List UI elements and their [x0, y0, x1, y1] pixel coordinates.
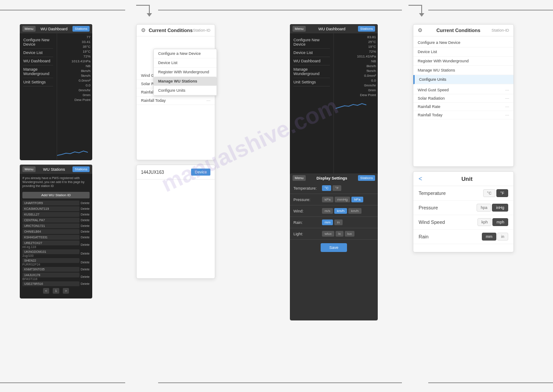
- pagination-page[interactable]: 1: [53, 288, 59, 294]
- unit-temp-c[interactable]: °C: [483, 189, 495, 197]
- station-panel-bottom-left: 144JUX163 Device: [136, 165, 215, 279]
- unit-pressure-hpa[interactable]: hpa: [477, 204, 491, 212]
- delete-button-5[interactable]: Delete: [81, 230, 90, 233]
- sidebar-item-unit-settings[interactable]: Unit Settings: [23, 78, 53, 86]
- ds-wind-kmh[interactable]: km/h: [334, 208, 347, 214]
- ds-rain-mm[interactable]: mm: [322, 219, 333, 225]
- sidebar-right-item-3[interactable]: Manage Wunderground: [293, 65, 330, 78]
- sidebar-item-device-list[interactable]: Device List: [23, 49, 53, 57]
- sidebar-right-item-1[interactable]: Device List: [293, 49, 330, 57]
- station-id-8: UKINGDOM101: [22, 249, 80, 254]
- mini-chart-right: [336, 100, 371, 111]
- decorative-line-right: [428, 10, 553, 11]
- station-id-10: KNMT3INT035: [22, 267, 80, 272]
- menu-button-left[interactable]: Menu: [22, 26, 36, 32]
- station-item-main: 144JUX163 Device: [137, 165, 215, 180]
- cc-menu-list-right: Configure a New Device Device List Regis…: [413, 36, 513, 86]
- cc-solar-right: Solar Radiation —: [413, 94, 513, 103]
- data-value-7: 8km/h: [59, 69, 90, 73]
- ds-wind-ms[interactable]: m/s: [322, 208, 333, 214]
- sidebar-right-item-2[interactable]: WU Dashboard: [293, 57, 330, 65]
- pagination-next[interactable]: >: [63, 288, 69, 294]
- unit-rain-mm[interactable]: mm: [482, 233, 496, 241]
- device-button[interactable]: Device: [191, 169, 210, 176]
- ds-wind-label: Wind:: [293, 209, 322, 213]
- ds-save-button[interactable]: Save: [321, 243, 347, 252]
- ds-title: Display Settings: [317, 176, 347, 180]
- delete-button-12[interactable]: Delete: [81, 282, 90, 285]
- unit-windspeed-row: Wind Speed kph mph: [413, 215, 513, 230]
- delete-button-11[interactable]: Delete: [81, 275, 90, 278]
- unit-wind-mph[interactable]: mph: [492, 218, 508, 226]
- cc-menu-device-list[interactable]: Device List: [413, 47, 513, 57]
- ds-wind-kmh2[interactable]: km/h: [348, 208, 361, 214]
- dropdown-item-4[interactable]: Configure Units: [154, 86, 217, 95]
- delete-button-0[interactable]: Delete: [81, 201, 90, 205]
- delete-button-4[interactable]: Delete: [81, 224, 90, 227]
- unit-pressure-inhg[interactable]: inHg: [492, 204, 508, 212]
- delete-button-1[interactable]: Delete: [81, 207, 90, 210]
- cc-menu-register-wu[interactable]: Register With Wunderground: [413, 57, 513, 66]
- menu-button-stations[interactable]: Menu: [22, 166, 36, 172]
- dropdown-item-2[interactable]: Register With Wunderground: [154, 68, 217, 77]
- ds-temperature-row: Temperature: °C °F: [290, 183, 378, 194]
- sidebar-item-manage-wunderground[interactable]: Manage Wunderground: [23, 65, 53, 78]
- data-value-11: 0mm/hr: [59, 88, 90, 92]
- ds-light-lux[interactable]: lux: [345, 231, 354, 237]
- cc-menu-manage-stations[interactable]: Manage WU Stations: [413, 66, 513, 75]
- add-station-button[interactable]: Add WU Station ID: [22, 192, 90, 198]
- ds-temp-f-button[interactable]: °F: [333, 185, 341, 191]
- station-row-1: KCASMOUNT119 Delete: [22, 206, 90, 211]
- cc-menu-configure-device[interactable]: Configure a New Device: [413, 38, 513, 47]
- stations-header-button[interactable]: Stations: [72, 166, 90, 172]
- sidebar-item-wu-dashboard[interactable]: WU Dashboard: [23, 57, 53, 65]
- pagination-prev[interactable]: <: [43, 288, 50, 294]
- sidebar-item-configure-device[interactable]: Configure New Device: [23, 36, 53, 49]
- station-sub-9: FURRS2P24: [22, 263, 80, 266]
- ds-pressure-kpa[interactable]: kPa: [322, 197, 333, 202]
- ds-light-wlux[interactable]: wlux: [322, 231, 334, 237]
- delete-button-8[interactable]: Delete: [81, 252, 90, 255]
- station-id-6: KSHHGATT0331: [22, 235, 80, 240]
- ds-pressure-mmhg[interactable]: mmHg: [335, 197, 351, 202]
- ds-pressure-hpa[interactable]: hPa: [351, 197, 363, 202]
- delete-button-7[interactable]: Delete: [81, 243, 90, 246]
- data-right-10: 0mm/hr: [336, 83, 376, 87]
- decorative-line-left: [0, 10, 125, 11]
- cc-station-id-left: Station-ID: [193, 28, 210, 32]
- cc-menu-configure-units[interactable]: Configure Units: [413, 75, 513, 84]
- station-item-id: 144JUX163: [141, 170, 164, 175]
- data-value-5: 1013.41hPa: [59, 59, 90, 63]
- station-row-2: KUSELL27 Delete: [22, 212, 90, 217]
- data-value-dewpoint: Dew Point: [59, 98, 90, 102]
- cc-data-rain-today-left: Rainfall Today —: [137, 97, 215, 105]
- delete-button-2[interactable]: Delete: [81, 213, 90, 216]
- unit-wind-kph[interactable]: kph: [477, 218, 492, 226]
- stations-button-right[interactable]: Stations: [358, 26, 375, 32]
- ds-temp-c-button[interactable]: °C: [322, 185, 331, 191]
- delete-button-10[interactable]: Delete: [81, 268, 90, 271]
- station-row-10: KNMT3INT035 Delete: [22, 267, 90, 272]
- dropdown-item-1[interactable]: Device List: [154, 58, 217, 68]
- svg-marker-0: [147, 13, 152, 17]
- ds-stations-button[interactable]: Stations: [358, 175, 375, 181]
- dropdown-item-0[interactable]: Configure a New Device: [154, 49, 217, 58]
- delete-button-3[interactable]: Delete: [81, 219, 90, 222]
- unit-back-button[interactable]: <: [419, 175, 422, 182]
- sidebar-right-item-4[interactable]: Unit Settings: [293, 78, 330, 86]
- stations-button-left[interactable]: Stations: [72, 26, 90, 32]
- ds-temperature-label: Temperature:: [293, 186, 322, 191]
- station-row-9: SHEN22 FURRS2P24 Delete: [22, 258, 90, 266]
- dropdown-item-3-selected[interactable]: Manage WU Stations: [154, 77, 217, 86]
- delete-button-6[interactable]: Delete: [81, 236, 90, 239]
- station-row-0: UHARTFOR9 Delete: [22, 201, 90, 205]
- sidebar-right-item-0[interactable]: Configure New Device: [293, 36, 330, 49]
- ds-light-lx[interactable]: lx: [336, 231, 343, 237]
- delete-button-9[interactable]: Delete: [81, 261, 90, 264]
- ds-menu-button[interactable]: Menu: [293, 175, 306, 181]
- unit-temp-f[interactable]: °F: [496, 189, 508, 197]
- menu-button-right[interactable]: Menu: [293, 26, 306, 32]
- ds-rain-in[interactable]: in: [334, 219, 342, 225]
- unit-rain-in[interactable]: in: [497, 233, 508, 241]
- decorative-line-mid: [158, 10, 402, 11]
